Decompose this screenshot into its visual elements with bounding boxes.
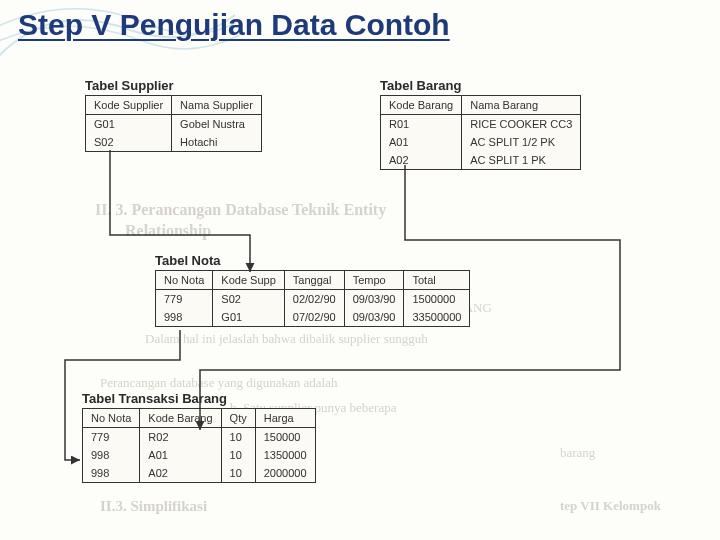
table-label: Tabel Nota [155, 253, 470, 268]
table-row: 779R0210150000 [83, 428, 316, 447]
col-header: Nama Barang [462, 96, 581, 115]
table-row: R01RICE COOKER CC3 [381, 115, 581, 134]
col-header: Tanggal [284, 271, 344, 290]
table-transaksi: Tabel Transaksi Barang No Nota Kode Bara… [82, 392, 316, 483]
col-header: Total [404, 271, 470, 290]
bg-text: tep VII Kelompok [560, 498, 661, 514]
table-row: A01AC SPLIT 1/2 PK [381, 133, 581, 151]
bg-text: II.3. Simplifikasi [100, 498, 207, 515]
table-row: 779 S02 02/02/90 09/03/90 1500000 [156, 290, 470, 309]
transaksi-grid: No Nota Kode Barang Qty Harga 779R021015… [82, 408, 316, 483]
table-barang: Tabel Barang Kode Barang Nama Barang R01… [380, 78, 581, 170]
page-title: Step V Pengujian Data Contoh [18, 8, 450, 42]
col-header: No Nota [83, 409, 140, 428]
supplier-grid: Kode Supplier Nama Supplier G01 Gobel Nu… [85, 95, 262, 152]
bg-text: Relationship [125, 222, 211, 240]
table-label: Tabel Transaksi Barang [82, 392, 316, 406]
table-label: Tabel Supplier [85, 78, 262, 93]
table-row: 998A01101350000 [83, 446, 316, 464]
col-header: Kode Barang [140, 409, 221, 428]
col-header: Nama Supplier [172, 96, 262, 115]
col-header: Kode Barang [381, 96, 462, 115]
bg-text: II. 3. Perancangan Database Teknik Entit… [95, 201, 386, 219]
col-header: Tempo [344, 271, 404, 290]
table-row: 998A02102000000 [83, 464, 316, 483]
bg-text: Dalam hal ini jelaslah bahwa dibalik sup… [145, 331, 428, 347]
nota-grid: No Nota Kode Supp Tanggal Tempo Total 77… [155, 270, 470, 327]
bg-text: Perancangan database yang digunakan adal… [100, 375, 338, 391]
barang-grid: Kode Barang Nama Barang R01RICE COOKER C… [380, 95, 581, 170]
table-row: 998 G01 07/02/90 09/03/90 33500000 [156, 308, 470, 327]
table-row: A02AC SPLIT 1 PK [381, 151, 581, 170]
col-header: Kode Supp [213, 271, 284, 290]
table-nota: Tabel Nota No Nota Kode Supp Tanggal Tem… [155, 253, 470, 327]
col-header: No Nota [156, 271, 213, 290]
table-label: Tabel Barang [380, 78, 581, 93]
col-header: Kode Supplier [86, 96, 172, 115]
bg-text: barang [560, 445, 595, 461]
col-header: Harga [255, 409, 315, 428]
col-header: Qty [221, 409, 255, 428]
table-row: G01 Gobel Nustra [86, 115, 262, 134]
table-supplier: Tabel Supplier Kode Supplier Nama Suppli… [85, 78, 262, 152]
table-row: S02 Hotachi [86, 133, 262, 152]
